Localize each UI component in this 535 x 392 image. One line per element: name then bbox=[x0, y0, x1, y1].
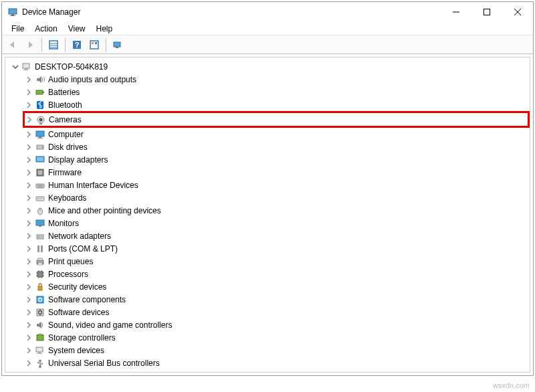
tree-item-label: Storage controllers bbox=[48, 333, 116, 342]
chevron-right-icon[interactable] bbox=[24, 231, 33, 241]
svg-rect-13 bbox=[90, 41, 98, 49]
close-button[interactable] bbox=[502, 2, 533, 22]
minimize-button[interactable] bbox=[441, 2, 471, 22]
maximize-button[interactable] bbox=[471, 2, 502, 22]
chevron-right-icon[interactable] bbox=[24, 206, 33, 215]
toolbar-properties-button[interactable] bbox=[45, 37, 62, 53]
tree-root-label: DESKTOP-504K819 bbox=[35, 62, 108, 72]
chevron-right-icon[interactable] bbox=[24, 346, 33, 355]
svg-rect-19 bbox=[25, 68, 27, 70]
chevron-right-icon[interactable] bbox=[24, 142, 33, 152]
bluetooth-icon bbox=[35, 100, 45, 110]
svg-rect-4 bbox=[484, 9, 490, 15]
softcomp-icon bbox=[35, 294, 45, 305]
disk-icon bbox=[35, 142, 45, 153]
firmware-icon bbox=[35, 167, 45, 178]
chevron-right-icon[interactable] bbox=[24, 359, 33, 368]
tree-item-label: Display adapters bbox=[48, 155, 108, 165]
chevron-right-icon[interactable] bbox=[24, 155, 33, 165]
tree-item-display[interactable]: Display adapters bbox=[24, 153, 530, 166]
tree-item-label: Sound, video and game controllers bbox=[48, 320, 172, 330]
toolbar-forward-button[interactable] bbox=[22, 37, 38, 53]
svg-rect-15 bbox=[95, 42, 97, 44]
tree-item-network[interactable]: Network adapters bbox=[24, 229, 530, 242]
tree-item-label: Firmware bbox=[48, 168, 82, 177]
svg-rect-0 bbox=[9, 9, 17, 14]
tree-item-label: Software components bbox=[48, 295, 126, 304]
chevron-right-icon[interactable] bbox=[24, 320, 33, 330]
chevron-right-icon[interactable] bbox=[24, 295, 33, 304]
tree-item-computer[interactable]: Computer bbox=[24, 128, 530, 140]
chevron-right-icon[interactable] bbox=[24, 219, 33, 228]
svg-rect-2 bbox=[10, 15, 15, 16]
battery-icon bbox=[35, 87, 45, 98]
tree-item-mouse[interactable]: Mice and other pointing devices bbox=[24, 204, 530, 217]
tree-item-softdev[interactable]: Software devices bbox=[24, 306, 530, 318]
toolbar-help-button[interactable]: ? bbox=[69, 37, 85, 53]
toolbar-separator bbox=[65, 38, 66, 52]
tree-item-label: Disk drives bbox=[48, 142, 88, 152]
tree-item-usb[interactable]: Universal Serial Bus controllers bbox=[24, 357, 530, 369]
tree-item-firmware[interactable]: Firmware bbox=[24, 166, 530, 179]
svg-rect-14 bbox=[92, 42, 94, 44]
tree-item-audio[interactable]: Audio inputs and outputs bbox=[24, 73, 530, 86]
sound-icon bbox=[35, 320, 45, 330]
tree-item-label: Software devices bbox=[48, 308, 109, 317]
tree-item-label: System devices bbox=[48, 346, 104, 355]
tree-item-bluetooth[interactable]: Bluetooth bbox=[24, 98, 530, 111]
tree-item-port[interactable]: Ports (COM & LPT) bbox=[24, 242, 530, 255]
chevron-right-icon[interactable] bbox=[24, 75, 33, 84]
menu-view[interactable]: View bbox=[63, 23, 91, 35]
tree-item-label: Mice and other pointing devices bbox=[48, 206, 161, 215]
port-icon bbox=[35, 243, 45, 254]
display-icon bbox=[35, 155, 45, 165]
tree-item-sound[interactable]: Sound, video and game controllers bbox=[24, 318, 530, 331]
watermark: wsxdn.com bbox=[493, 381, 530, 389]
chevron-right-icon[interactable] bbox=[24, 193, 33, 203]
tree-item-label: Security devices bbox=[48, 282, 106, 292]
menu-help[interactable]: Help bbox=[91, 23, 118, 35]
computer-icon bbox=[21, 62, 32, 72]
toolbar-showhidden-button[interactable] bbox=[110, 37, 126, 53]
chevron-right-icon[interactable] bbox=[24, 257, 33, 266]
tree-item-label: Human Interface Devices bbox=[48, 181, 138, 190]
tree-item-monitor[interactable]: Monitors bbox=[24, 217, 530, 229]
chevron-right-icon[interactable] bbox=[24, 130, 33, 139]
tree-item-label: Ports (COM & LPT) bbox=[48, 244, 118, 254]
menu-action[interactable]: Action bbox=[29, 23, 62, 35]
tree-item-battery[interactable]: Batteries bbox=[24, 86, 530, 98]
hid-icon bbox=[35, 180, 45, 191]
toolbar-scan-button[interactable] bbox=[86, 37, 102, 53]
expand-icon[interactable] bbox=[11, 62, 20, 72]
tree-item-camera[interactable]: Cameras bbox=[23, 111, 530, 128]
system-icon bbox=[35, 345, 45, 356]
chevron-right-icon[interactable] bbox=[24, 308, 33, 317]
mouse-icon bbox=[35, 205, 45, 216]
chevron-right-icon[interactable] bbox=[24, 100, 33, 110]
menu-file[interactable]: File bbox=[6, 23, 29, 35]
chevron-right-icon[interactable] bbox=[24, 181, 33, 190]
tree-root-node[interactable]: DESKTOP-504K819 bbox=[11, 60, 530, 73]
toolbar-back-button[interactable] bbox=[5, 37, 21, 53]
monitor-icon bbox=[35, 218, 45, 229]
chevron-right-icon[interactable] bbox=[24, 244, 33, 254]
chevron-right-icon[interactable] bbox=[24, 168, 33, 177]
tree-item-hid[interactable]: Human Interface Devices bbox=[24, 179, 530, 191]
chevron-right-icon[interactable] bbox=[24, 333, 33, 342]
tree-item-cpu[interactable]: Processors bbox=[24, 268, 530, 280]
chevron-right-icon[interactable] bbox=[25, 115, 34, 124]
tree-item-security[interactable]: Security devices bbox=[24, 280, 530, 293]
tree-item-label: Computer bbox=[48, 130, 84, 139]
tree-item-softcomp[interactable]: Software components bbox=[24, 293, 530, 306]
chevron-right-icon[interactable] bbox=[24, 270, 33, 279]
tree-item-label: Batteries bbox=[48, 88, 80, 97]
chevron-right-icon[interactable] bbox=[24, 88, 33, 97]
tree-item-storage[interactable]: Storage controllers bbox=[24, 331, 530, 344]
tree-item-printer[interactable]: Print queues bbox=[24, 255, 530, 268]
tree-item-disk[interactable]: Disk drives bbox=[24, 140, 530, 153]
keyboard-icon bbox=[35, 193, 45, 203]
tree-item-keyboard[interactable]: Keyboards bbox=[24, 191, 530, 204]
device-tree[interactable]: DESKTOP-504K819 Audio inputs and outputs… bbox=[5, 57, 530, 373]
tree-item-system[interactable]: System devices bbox=[24, 344, 530, 357]
chevron-right-icon[interactable] bbox=[24, 282, 33, 292]
